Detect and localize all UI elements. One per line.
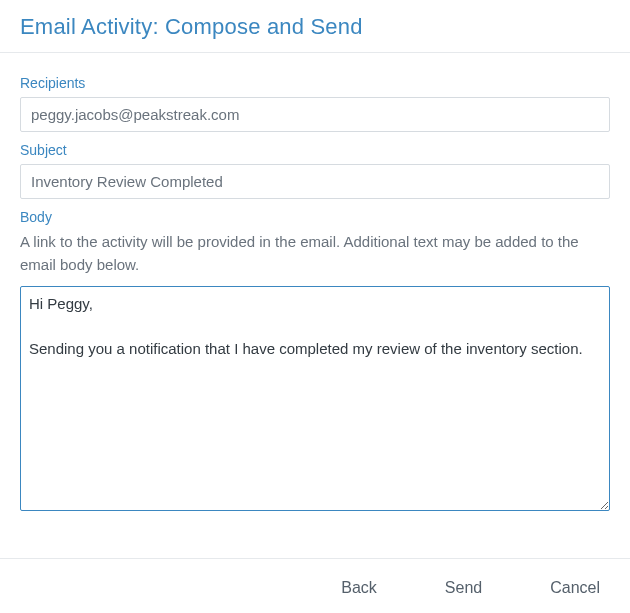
dialog-title: Email Activity: Compose and Send (20, 14, 610, 40)
back-button[interactable]: Back (331, 573, 387, 603)
email-compose-dialog: Email Activity: Compose and Send Recipie… (0, 0, 630, 613)
body-label: Body (20, 209, 610, 225)
body-description: A link to the activity will be provided … (20, 231, 610, 276)
dialog-footer: Back Send Cancel (0, 558, 630, 613)
dialog-header: Email Activity: Compose and Send (0, 0, 630, 53)
cancel-button[interactable]: Cancel (540, 573, 610, 603)
recipients-label: Recipients (20, 75, 610, 91)
subject-input[interactable] (20, 164, 610, 199)
subject-label: Subject (20, 142, 610, 158)
recipients-input[interactable] (20, 97, 610, 132)
send-button[interactable]: Send (435, 573, 492, 603)
dialog-body: Recipients Subject Body A link to the ac… (0, 53, 630, 558)
body-textarea[interactable] (20, 286, 610, 511)
